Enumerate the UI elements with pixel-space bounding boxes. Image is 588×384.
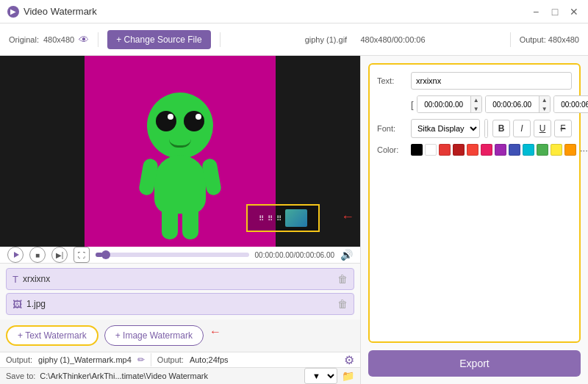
watermark-dots: ⠿ ⠿ ⠿	[259, 214, 282, 222]
divider-3	[510, 32, 511, 47]
output-info: Output: 480x480	[520, 35, 579, 44]
output-format-value: Auto;24fps	[190, 355, 229, 364]
end-time-spinners: ▲ ▼	[539, 95, 550, 113]
alien-figure	[129, 78, 232, 225]
output-edit-icon[interactable]: ✏	[137, 355, 145, 365]
color-cyan[interactable]	[523, 144, 534, 156]
change-source-button[interactable]: + Change Source File	[107, 30, 210, 49]
alien-leg-right	[182, 210, 198, 239]
image-watermark-label: 1.jpg	[26, 299, 337, 309]
start-time-down[interactable]: ▼	[471, 104, 481, 113]
play-button[interactable]	[7, 247, 24, 263]
time-inputs: [ ▲ ▼ ▲ ▼	[411, 95, 588, 113]
alien-eye-left	[156, 111, 176, 131]
text-prop-label: Text:	[377, 76, 406, 85]
color-red3[interactable]	[467, 144, 478, 156]
save-row: Save to: C:\ArkThinker\ArkThi...timate\V…	[0, 367, 360, 384]
watermark-item-text[interactable]: T xrxixnx 🗑	[6, 268, 354, 290]
output-row: Output: giphy (1)_Watermark.mp4 ✏ Output…	[0, 352, 360, 367]
file-metadata: 480x480/00:00:06	[360, 35, 425, 44]
color-orange[interactable]	[564, 144, 576, 156]
save-path-dropdown[interactable]: ▼	[304, 368, 337, 384]
output-size: 480x480	[548, 35, 579, 44]
add-image-watermark-button[interactable]: + Image Watermark	[104, 325, 204, 346]
strikethrough-button[interactable]: F	[554, 120, 572, 137]
start-time-group: ▲ ▼	[417, 95, 482, 113]
add-text-watermark-button[interactable]: + Text Watermark	[6, 325, 98, 346]
output-file-label: Output:	[6, 355, 32, 364]
maximize-button[interactable]: □	[548, 5, 562, 18]
properties-box: Text: [ ▲ ▼	[368, 63, 581, 343]
start-time-spinners: ▲ ▼	[470, 95, 481, 113]
more-colors-button[interactable]: ···	[580, 145, 588, 156]
text-property-row: Text:	[377, 72, 572, 90]
window-controls: − □ ✕	[529, 5, 581, 18]
stop-button[interactable]: ■	[29, 247, 46, 263]
color-yellow[interactable]	[551, 144, 562, 156]
red-arrow-indicator: ←	[341, 209, 354, 225]
color-purple[interactable]	[495, 144, 506, 156]
end-time-input[interactable]	[486, 95, 539, 113]
color-red1[interactable]	[439, 144, 451, 156]
folder-icon[interactable]: 📁	[342, 370, 354, 382]
text-input[interactable]	[411, 72, 572, 90]
save-path-value: C:\ArkThinker\ArkThi...timate\Video Wate…	[40, 372, 300, 380]
alien-eye-right	[184, 111, 204, 131]
original-info: Original: 480x480 👁	[9, 34, 89, 46]
end-time-up[interactable]: ▲	[539, 95, 550, 104]
current-time: 00:00:00.00	[255, 251, 294, 259]
watermark-thumbnail	[285, 209, 307, 227]
fullscreen-button[interactable]: ⛶	[74, 247, 90, 263]
total-time: 00:00:06.00	[295, 251, 334, 259]
end-time-down[interactable]: ▼	[539, 104, 550, 113]
color-prop-label: Color:	[377, 145, 406, 154]
color-pink[interactable]	[481, 144, 492, 156]
start-time-input[interactable]	[417, 95, 470, 113]
color-green[interactable]	[537, 144, 548, 156]
close-button[interactable]: ✕	[567, 5, 581, 18]
save-to-label: Save to:	[6, 372, 35, 380]
settings-icon[interactable]: ⚙	[344, 353, 354, 367]
font-prop-label: Font:	[377, 124, 406, 133]
italic-button[interactable]: I	[513, 120, 531, 137]
export-button[interactable]: Export	[368, 350, 581, 377]
color-blue[interactable]	[509, 144, 520, 156]
color-black[interactable]	[411, 144, 423, 156]
top-toolbar: Original: 480x480 👁 + Change Source File…	[0, 23, 588, 56]
watermark-item-image[interactable]: 🖼 1.jpg 🗑	[6, 293, 354, 315]
watermark-list: T xrxixnx 🗑 🖼 1.jpg 🗑	[0, 264, 360, 319]
delete-text-watermark-button[interactable]: 🗑	[337, 273, 348, 285]
add-arrow-indicator: ←	[209, 325, 221, 346]
output-settings-label: Output:	[157, 355, 184, 364]
font-size-input[interactable]	[485, 119, 488, 138]
add-buttons-row: + Text Watermark + Image Watermark ←	[0, 319, 360, 352]
underline-button[interactable]: U	[534, 120, 551, 137]
app-icon: ▶	[7, 6, 19, 18]
timeline-bar[interactable]	[96, 253, 249, 257]
alien-arm-right	[201, 158, 222, 197]
alien-smile	[169, 139, 191, 148]
watermark-overlay[interactable]: ⠿ ⠿ ⠿	[246, 204, 320, 232]
next-frame-button[interactable]: ▶|	[51, 247, 68, 263]
color-white[interactable]	[425, 144, 437, 156]
start-time-up[interactable]: ▲	[471, 95, 481, 104]
color-red2[interactable]	[453, 144, 465, 156]
alien-arm-left	[138, 158, 159, 197]
play-icon	[14, 252, 19, 258]
font-size-group: ▼	[484, 119, 488, 138]
divider-1	[98, 32, 98, 47]
alien-leg-left	[162, 210, 178, 239]
minimize-button[interactable]: −	[529, 5, 542, 18]
font-select[interactable]: Sitka Display	[411, 119, 480, 138]
delete-image-watermark-button[interactable]: 🗑	[337, 298, 348, 310]
volume-icon[interactable]: 🔊	[340, 249, 353, 261]
time-property-row: [ ▲ ▼ ▲ ▼	[377, 95, 572, 113]
bold-button[interactable]: B	[492, 120, 510, 137]
duration-time-group: ▲ ▼	[553, 95, 588, 113]
text-watermark-label: xrxixnx	[23, 274, 337, 284]
eye-icon[interactable]: 👁	[79, 34, 89, 46]
timeline-thumb[interactable]	[101, 250, 110, 259]
duration-input[interactable]	[554, 95, 588, 113]
start-bracket: [	[411, 99, 414, 110]
image-watermark-icon: 🖼	[12, 299, 22, 310]
